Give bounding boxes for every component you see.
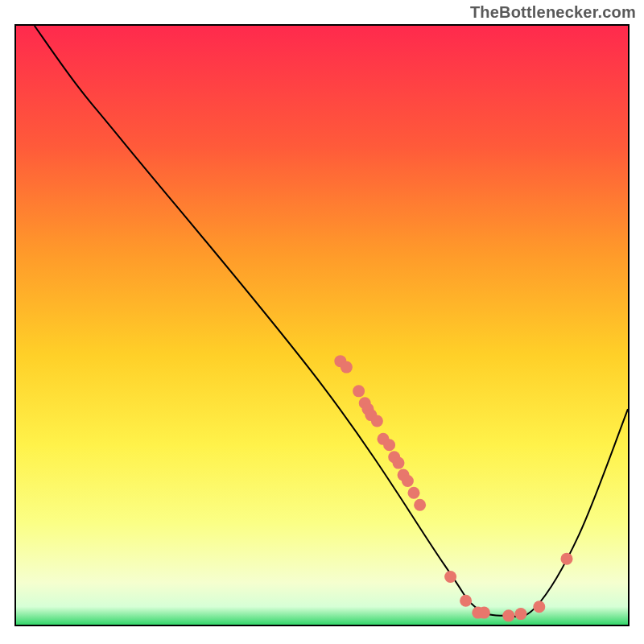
data-point [460,595,472,607]
data-point [561,553,573,565]
data-point [371,415,383,427]
chart-container: TheBottlenecker.com [0,0,644,644]
data-point [353,385,365,397]
gradient-background [16,26,628,625]
data-point [515,608,527,620]
data-point [341,361,353,374]
attribution-text: TheBottlenecker.com [470,3,636,22]
plot-svg [16,26,628,625]
plot-area [14,24,630,626]
data-point [393,457,405,469]
data-point [402,475,414,487]
data-point [502,609,514,621]
data-point [383,439,395,451]
data-point [533,601,545,613]
data-point [444,571,456,583]
data-point [478,607,490,619]
data-point [408,487,420,499]
data-point [414,499,426,511]
